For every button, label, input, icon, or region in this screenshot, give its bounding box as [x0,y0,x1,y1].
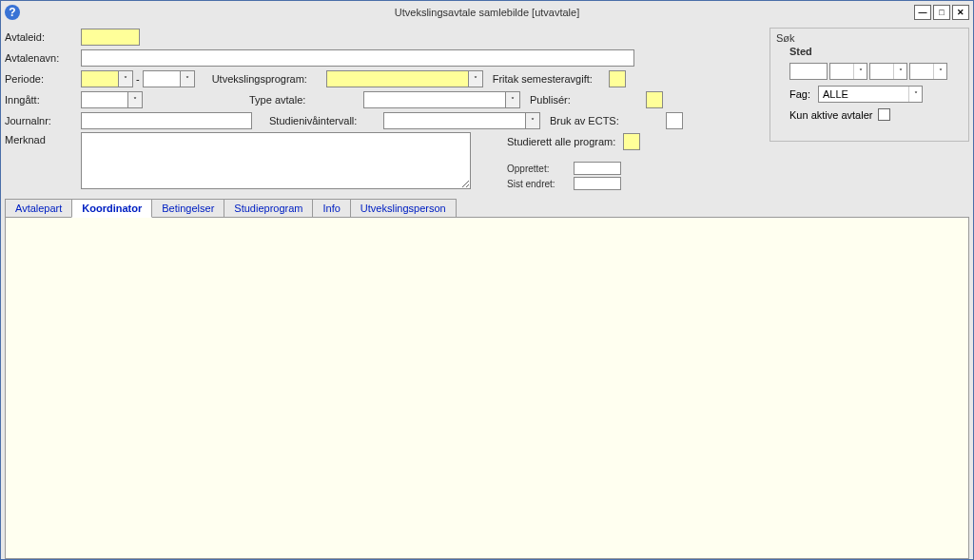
periode-dash: - [136,73,140,85]
journalnr-label: Journalnr: [5,115,81,126]
periode-from-input[interactable] [81,70,119,87]
inngatt-label: Inngått: [5,94,81,106]
publiser-input[interactable] [646,91,663,108]
fritak-input[interactable] [609,70,626,87]
tab-utvekslingsperson[interactable]: Utvekslingsperson [350,199,457,218]
publiser-label: Publisér: [530,94,646,106]
chevron-down-icon: ˅ [933,64,946,79]
fritak-label: Fritak semesteravgift: [493,73,609,85]
sok-title: Søk [776,32,963,44]
inngatt-dropdown[interactable]: ˅ [127,91,143,108]
fag-select[interactable]: ALLE ˅ [818,86,923,103]
tabs: Avtalepart Koordinator Betingelser Studi… [5,199,973,218]
avtalenavn-input[interactable] [81,49,634,67]
opprettet-label: Opprettet: [507,164,574,174]
studienivaintervall-input[interactable] [383,112,526,129]
merknad-textarea[interactable] [81,132,471,189]
main-form: Avtaleid: Avtalenavn: Periode: ˅ - ˅ Utv… [5,28,762,191]
tab-info[interactable]: Info [312,199,350,218]
periode-from-dropdown[interactable]: ˅ [118,70,133,87]
kun-aktive-label: Kun aktive avtaler [789,109,872,121]
merknad-label: Merknad [5,132,81,145]
type-avtale-label: Type avtale: [249,94,363,106]
periode-to-input[interactable] [143,70,181,87]
sted-label: Sted [789,46,963,57]
help-icon[interactable]: ? [5,5,20,20]
close-button[interactable]: ✕ [952,5,969,20]
avtalenavn-label: Avtalenavn: [5,52,81,64]
periode-to-dropdown[interactable]: ˅ [180,70,195,87]
journalnr-input[interactable] [81,112,252,129]
periode-label: Periode: [5,73,81,85]
bruk-ects-label: Bruk av ECTS: [550,115,666,126]
main-window: ? Utvekslingsavtale samlebilde [utvavtal… [0,0,974,560]
fag-label: Fag: [789,88,810,100]
studierett-input[interactable] [623,133,640,150]
sist-endret-label: Sist endret: [507,179,574,189]
window-title: Utvekslingsavtale samlebilde [utvavtale] [395,7,579,18]
kun-aktive-checkbox[interactable] [878,108,890,121]
studierett-label: Studierett alle program: [507,136,623,147]
sist-endret-input[interactable] [574,177,621,190]
tab-koordinator[interactable]: Koordinator [71,199,152,218]
sok-panel: Søk Sted ˅ ˅ ˅ Fag: ALLE ˅ Kun aktive av… [769,28,969,142]
titlebar: ? Utvekslingsavtale samlebilde [utvavtal… [1,1,973,24]
bruk-ects-input[interactable] [666,112,683,129]
tab-avtalepart[interactable]: Avtalepart [5,199,72,218]
type-avtale-dropdown[interactable]: ˅ [505,91,520,108]
fag-value: ALLE [823,88,848,100]
utvekslingsprogram-label: Utvekslingsprogram: [212,73,326,85]
minimize-button[interactable]: — [914,5,931,20]
utvekslingsprogram-dropdown[interactable]: ˅ [468,70,483,87]
sted-dd-4[interactable]: ˅ [909,63,947,80]
studienivaintervall-label: Studienivåintervall: [269,115,383,126]
window-controls: — □ ✕ [914,5,969,20]
sted-dd-2[interactable]: ˅ [829,63,867,80]
avtaleid-input[interactable] [81,29,140,46]
content-area: Avtaleid: Avtalenavn: Periode: ˅ - ˅ Utv… [1,24,973,195]
sted-dd-3[interactable]: ˅ [869,63,907,80]
inngatt-input[interactable] [81,91,128,108]
opprettet-input[interactable] [574,162,621,175]
chevron-down-icon: ˅ [853,64,867,79]
maximize-button[interactable]: □ [933,5,950,20]
chevron-down-icon: ˅ [908,87,922,102]
type-avtale-input[interactable] [363,91,506,108]
tab-content [5,217,969,559]
avtaleid-label: Avtaleid: [5,31,81,43]
studienivaintervall-dropdown[interactable]: ˅ [525,112,540,129]
chevron-down-icon: ˅ [893,64,906,79]
tab-studieprogram[interactable]: Studieprogram [224,199,313,218]
tab-betingelser[interactable]: Betingelser [151,199,224,218]
utvekslingsprogram-input[interactable] [326,70,469,87]
sted-dd-1[interactable] [789,63,828,80]
